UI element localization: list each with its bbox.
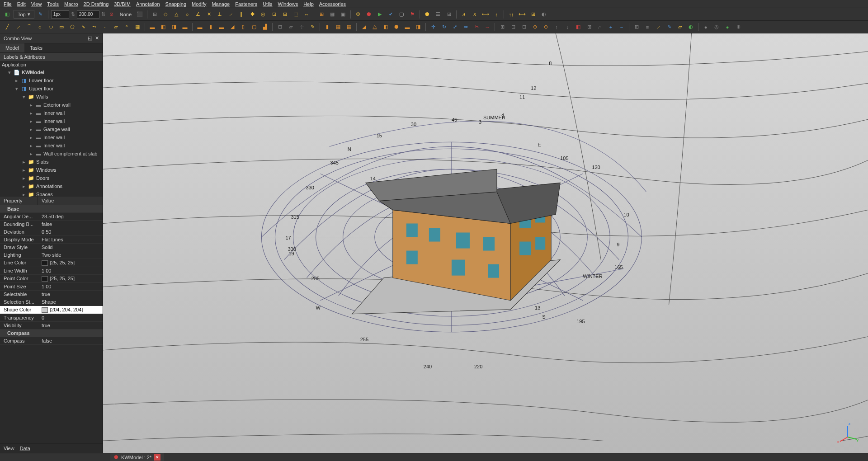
menu-view[interactable]: View xyxy=(31,1,42,7)
px-input[interactable] xyxy=(51,10,69,19)
layer-icon[interactable]: ≡ xyxy=(643,23,652,32)
tilewin-icon[interactable]: ▦ xyxy=(328,10,337,19)
workplane-icon[interactable]: ◧ xyxy=(3,10,12,19)
prof-icon[interactable]: ▱ xyxy=(675,23,684,32)
mat-icon[interactable]: ◐ xyxy=(686,23,695,32)
size-input[interactable] xyxy=(77,10,99,19)
sketch-icon[interactable]: ✎ xyxy=(665,23,674,32)
tree-inner-wall[interactable]: ▸▬Inner wall xyxy=(0,117,103,125)
circle-icon[interactable]: ○ xyxy=(35,23,44,32)
doc-icon[interactable]: ▢ xyxy=(397,10,406,19)
snap-angle-icon[interactable]: ∠ xyxy=(193,10,203,19)
menu-3d-bim[interactable]: 3D/BIM xyxy=(114,1,131,7)
cube-icon[interactable]: ◧ xyxy=(159,23,168,32)
section-icon[interactable]: ⊟ xyxy=(275,23,284,32)
menu-manage[interactable]: Manage xyxy=(212,1,230,7)
upgrade-icon[interactable]: ↑ xyxy=(552,23,561,32)
wall-icon[interactable]: ▬ xyxy=(180,23,189,32)
line-icon[interactable]: ╱ xyxy=(3,23,12,32)
view-top-dropdown[interactable]: Top ▾ xyxy=(14,10,34,19)
cube2-icon[interactable]: ◨ xyxy=(170,23,179,32)
trim-icon[interactable]: ✂ xyxy=(472,23,481,32)
menu-fasteners[interactable]: Fasteners xyxy=(235,1,257,7)
comp-icon[interactable]: ✎ xyxy=(308,23,317,32)
tree-project[interactable]: ▾📄KWModel xyxy=(0,68,103,76)
snap-wp-icon[interactable]: ⬚ xyxy=(291,10,300,19)
bars2-icon[interactable]: ▦ xyxy=(344,23,354,32)
none-icon[interactable]: ⊘ xyxy=(107,10,116,19)
menu-file[interactable]: File xyxy=(4,1,12,7)
join-icon[interactable]: ⊕ xyxy=(530,23,539,32)
prop-deviation[interactable]: Deviation0.50 xyxy=(0,228,103,236)
polygon-icon[interactable]: ⬠ xyxy=(68,23,77,32)
stop-icon[interactable]: ⬢ xyxy=(364,10,373,19)
hatch-icon[interactable]: ▦ xyxy=(133,23,142,32)
3d-viewport[interactable]: SUMMER WINTER N S E W 15 30 45 3 4 17 19… xyxy=(103,33,868,453)
stairs-icon[interactable]: ▟ xyxy=(260,23,269,32)
menu-windows[interactable]: Windows xyxy=(278,1,298,7)
tree-wall-complement[interactable]: ▸▬Wall complement at slab xyxy=(0,150,103,158)
downgrade-icon[interactable]: ↓ xyxy=(563,23,572,32)
face-icon[interactable]: ▱ xyxy=(111,23,120,32)
snap-ext-icon[interactable]: ⟋ xyxy=(226,10,235,19)
tab-model[interactable]: Model xyxy=(0,43,24,52)
menu-snapping[interactable]: Snapping xyxy=(165,1,187,7)
prop-visibility[interactable]: Visibilitytrue xyxy=(0,322,103,329)
prop-point-size[interactable]: Point Size1.00 xyxy=(0,283,103,291)
brush-icon[interactable]: ✎ xyxy=(36,10,45,19)
tree-inner-wall[interactable]: ▸▬Inner wall xyxy=(0,109,103,117)
snap-parallel-icon[interactable]: ∥ xyxy=(237,10,246,19)
window-icon[interactable]: ⊞ xyxy=(317,10,326,19)
cut-icon[interactable]: ◧ xyxy=(574,23,583,32)
snap-grid-icon[interactable]: ⊞ xyxy=(280,10,289,19)
list-icon[interactable]: ☰ xyxy=(434,10,443,19)
tree-walls[interactable]: ▾📁Walls xyxy=(0,93,103,101)
group-icon[interactable]: ⊞ xyxy=(632,23,641,32)
snap-perp-icon[interactable]: ⊥ xyxy=(215,10,224,19)
rotate-icon[interactable]: ↻ xyxy=(439,23,448,32)
prop-angular-de-[interactable]: Angular De...28.50 deg xyxy=(0,213,103,221)
menu-macro[interactable]: Macro xyxy=(64,1,78,7)
prop-draw-style[interactable]: Draw StyleSolid xyxy=(0,244,103,251)
tree-inner-wall[interactable]: ▸▬Inner wall xyxy=(0,141,103,150)
menu-utils[interactable]: Utils xyxy=(263,1,272,7)
tree-application[interactable]: Application xyxy=(0,61,103,68)
tree-garage-wall[interactable]: ▸▬Garage wall xyxy=(0,125,103,133)
ellipse-icon[interactable]: ⬭ xyxy=(46,23,55,32)
undock-icon[interactable]: ◱ xyxy=(88,35,92,41)
prop-lighting[interactable]: LightingTwo side xyxy=(0,251,103,259)
arc-icon[interactable]: ⌒ xyxy=(24,23,33,32)
tab-view[interactable]: View xyxy=(4,446,14,451)
dim-3-icon[interactable]: ↑↑ xyxy=(507,10,516,19)
snap-mid-icon[interactable]: △ xyxy=(172,10,181,19)
door-icon[interactable]: ▯ xyxy=(239,23,248,32)
snap-intersect-icon[interactable]: ✕ xyxy=(204,10,213,19)
mirror-icon[interactable]: ⇔ xyxy=(461,23,470,32)
globe-icon[interactable]: ● xyxy=(723,23,732,32)
remove-icon[interactable]: − xyxy=(617,23,626,32)
tree-inner-wall[interactable]: ▸▬Inner wall xyxy=(0,133,103,141)
array-icon[interactable]: ⊞ xyxy=(498,23,507,32)
shapestring-icon[interactable]: ᵃ xyxy=(122,23,131,32)
menu-accessories[interactable]: Accessories xyxy=(319,1,346,7)
flag-icon[interactable]: ⚑ xyxy=(408,10,417,19)
property-panel[interactable]: Base Angular De...28.50 degBounding B...… xyxy=(0,205,103,443)
sphere-icon[interactable]: ● xyxy=(701,23,710,32)
table-icon[interactable]: ⊞ xyxy=(444,10,453,19)
cluster-icon[interactable]: ⬢ xyxy=(423,10,432,19)
menu-annotation[interactable]: Annotation xyxy=(136,1,160,7)
dim-1-icon[interactable]: ⟷ xyxy=(481,10,490,19)
snap-special-icon[interactable]: ✱ xyxy=(248,10,257,19)
torus-icon[interactable]: ◎ xyxy=(712,23,721,32)
check-icon[interactable]: ✔ xyxy=(386,10,395,19)
bezier-icon[interactable]: ⤳ xyxy=(90,23,99,32)
prop-transparency[interactable]: Transparency0 xyxy=(0,314,103,322)
moon-icon[interactable]: ◐ xyxy=(539,10,548,19)
snap-ortho-icon[interactable]: ⊡ xyxy=(269,10,278,19)
point-icon[interactable]: · xyxy=(100,23,109,32)
offset-icon[interactable]: ⊡ xyxy=(519,23,528,32)
part-icon[interactable]: ◨ xyxy=(414,23,423,32)
frame-icon[interactable]: ◧ xyxy=(381,23,390,32)
axis-icon[interactable]: ⊹ xyxy=(297,23,306,32)
menu-2d-drafting[interactable]: 2D Drafting xyxy=(84,1,109,7)
